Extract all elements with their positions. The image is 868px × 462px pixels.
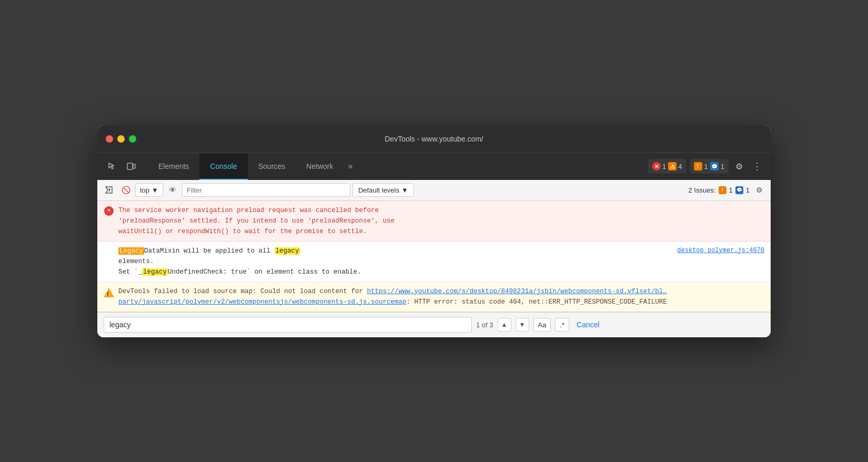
- svg-rect-0: [127, 163, 133, 169]
- more-options-icon[interactable]: ⋮: [750, 159, 764, 174]
- context-selector[interactable]: top ▼: [135, 183, 163, 197]
- console-entry-error: ✕ The service worker navigation preload …: [97, 201, 771, 242]
- clear-console-button[interactable]: [102, 183, 116, 197]
- warning-entry-icon: [104, 287, 114, 297]
- svg-rect-1: [133, 164, 135, 168]
- regex-button[interactable]: .*: [555, 318, 569, 332]
- issue-blue-icon: 💬: [710, 162, 719, 170]
- eye-button[interactable]: 👁: [165, 183, 180, 197]
- toolbar-icons: [104, 158, 139, 175]
- tabs: Elements Console Sources Network »: [148, 153, 648, 180]
- issues-count: 2 Issues: ! 1 💬 1: [689, 186, 750, 194]
- console-toolbar: 🚫 top ▼ 👁 Default levels ▼ 2 Issues: ! 1…: [97, 180, 771, 201]
- maximize-button[interactable]: [129, 135, 136, 143]
- search-prev-button[interactable]: ▲: [498, 318, 511, 332]
- settings-icon[interactable]: ⚙: [732, 159, 746, 174]
- issues-orange-count-icon: !: [719, 186, 726, 194]
- error-badge: ✕ 1: [652, 162, 666, 170]
- inspect-element-icon[interactable]: [104, 158, 120, 175]
- tab-right-actions: ✕ 1 ⚠ 4 ! 1 💬 1 ⚙ ⋮: [648, 159, 764, 174]
- console-content: ✕ The service worker navigation preload …: [97, 201, 771, 312]
- error-warning-badge[interactable]: ✕ 1 ⚠ 4: [648, 159, 686, 174]
- warning-link[interactable]: https://www.youtube.com/s/desktop/849823…: [118, 288, 667, 306]
- issue-orange-icon: !: [694, 162, 702, 170]
- search-next-button[interactable]: ▼: [516, 318, 529, 332]
- no-filter-button[interactable]: 🚫: [118, 183, 133, 197]
- error-entry-icon: ✕: [104, 206, 114, 216]
- legacy-highlight-orange: Legacy: [118, 247, 144, 255]
- info-entry-text: LegacyDataMixin will be applied to all l…: [118, 246, 764, 277]
- filter-input[interactable]: [182, 183, 350, 197]
- warning-badge: ⚠ 4: [668, 162, 682, 170]
- more-tabs-button[interactable]: »: [344, 162, 357, 171]
- svg-marker-2: [106, 187, 112, 193]
- warning-entry-text: DevTools failed to load source map: Coul…: [118, 286, 764, 307]
- devtools-window: DevTools - www.youtube.com/ Elements Con: [97, 125, 771, 337]
- console-entry-warning: DevTools failed to load source map: Coul…: [97, 282, 771, 312]
- traffic-lights: [106, 135, 136, 143]
- legacy-highlight-yellow2: legacy: [142, 268, 168, 276]
- search-result: 1 of 3: [476, 321, 493, 329]
- levels-dropdown-arrow: ▼: [401, 186, 408, 194]
- info-entry-row2: elements. Set `_legacyUndefinedCheck: tr…: [118, 256, 764, 277]
- levels-dropdown[interactable]: Default levels ▼: [352, 183, 414, 197]
- source-link[interactable]: desktop_polymer.js:4670: [677, 246, 764, 256]
- tab-sources[interactable]: Sources: [248, 153, 296, 180]
- search-input[interactable]: [104, 317, 472, 333]
- legacy-highlight-yellow: legacy: [275, 247, 300, 255]
- error-icon: ✕: [652, 162, 661, 170]
- title-bar: DevTools - www.youtube.com/: [97, 125, 771, 153]
- console-entry-info: LegacyDataMixin will be applied to all l…: [97, 242, 771, 282]
- window-title: DevTools - www.youtube.com/: [385, 135, 483, 143]
- warning-triangle-icon: [104, 288, 114, 297]
- info-entry-row1: LegacyDataMixin will be applied to all l…: [118, 246, 764, 256]
- error-circle-icon: ✕: [104, 206, 114, 216]
- dropdown-arrow-icon: ▼: [152, 186, 158, 194]
- device-toggle-icon[interactable]: [123, 158, 139, 175]
- console-settings-icon[interactable]: ⚙: [752, 183, 766, 197]
- tab-console[interactable]: Console: [199, 153, 247, 180]
- tab-bar: Elements Console Sources Network » ✕ 1: [97, 153, 771, 180]
- search-bar: 1 of 3 ▲ ▼ Aa .* Cancel: [97, 312, 771, 337]
- issues-badge[interactable]: ! 1 💬 1: [690, 159, 729, 174]
- tab-elements[interactable]: Elements: [148, 153, 199, 180]
- error-entry-text: The service worker navigation preload re…: [118, 205, 764, 237]
- warning-icon: ⚠: [668, 162, 677, 170]
- issues-blue-count-icon: 💬: [735, 186, 743, 194]
- close-button[interactable]: [106, 135, 113, 143]
- search-cancel-button[interactable]: Cancel: [573, 319, 603, 330]
- match-case-button[interactable]: Aa: [533, 318, 551, 332]
- info-entry-spacer: [104, 246, 114, 257]
- minimize-button[interactable]: [117, 135, 125, 143]
- tab-network[interactable]: Network: [296, 153, 344, 180]
